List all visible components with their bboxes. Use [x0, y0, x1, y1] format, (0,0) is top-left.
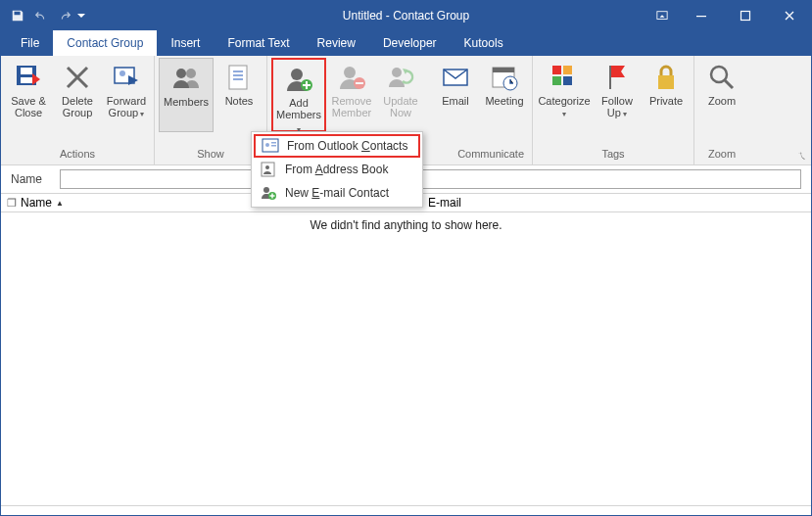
svg-rect-1 [696, 16, 706, 17]
label: ForwardGroup ▾ [107, 95, 146, 120]
label: Categorize▾ [538, 95, 590, 120]
forward-group-button[interactable]: ForwardGroup ▾ [103, 58, 150, 132]
maximize-button[interactable] [723, 1, 767, 30]
address-book-icon [260, 161, 277, 178]
svg-rect-18 [356, 82, 363, 84]
tab-insert[interactable]: Insert [157, 30, 214, 56]
redo-icon[interactable] [54, 5, 75, 26]
sort-ascending-icon: ▲ [56, 199, 64, 208]
label: Private [649, 95, 683, 107]
label: DeleteGroup [62, 95, 93, 118]
meeting-button[interactable]: Meeting [481, 58, 528, 132]
label: Zoom [708, 95, 736, 107]
window-buttons [645, 1, 811, 30]
column-email[interactable]: E-mail [399, 196, 811, 210]
tab-format-text[interactable]: Format Text [214, 30, 303, 56]
name-label: Name [11, 172, 54, 186]
svg-point-37 [265, 165, 269, 169]
group-label: Show [159, 147, 263, 164]
notes-icon [223, 62, 255, 93]
label: Meeting [485, 95, 523, 107]
label: From Address Book [285, 163, 388, 176]
minimize-button[interactable] [679, 1, 723, 30]
svg-rect-35 [271, 145, 276, 147]
svg-rect-4 [21, 68, 32, 74]
ribbon-tabs: File Contact Group Insert Format Text Re… [1, 30, 811, 56]
tab-file[interactable]: File [7, 30, 53, 56]
categorize-icon [549, 62, 580, 93]
svg-rect-5 [21, 77, 32, 83]
delete-group-button[interactable]: DeleteGroup [54, 58, 101, 132]
svg-rect-10 [229, 66, 247, 89]
empty-message: We didn't find anything to show here. [1, 212, 811, 232]
save-and-close-button[interactable]: Save &Close [5, 58, 52, 132]
close-button[interactable] [767, 1, 811, 30]
title-bar: Untitled - Contact Group [1, 1, 811, 30]
update-now-button: UpdateNow [377, 58, 424, 132]
group-label: Tags [537, 147, 690, 164]
follow-up-button[interactable]: FollowUp ▾ [594, 58, 641, 132]
zoom-button[interactable]: Zoom [698, 58, 745, 132]
svg-rect-28 [609, 66, 611, 89]
group-label: Actions [5, 147, 150, 164]
from-outlook-contacts-item[interactable]: From Outlook Contacts [254, 134, 420, 158]
group-tags: Categorize▾ FollowUp ▾ Private Tags [533, 56, 694, 164]
private-button[interactable]: Private [643, 58, 690, 132]
remove-member-icon [336, 62, 367, 93]
svg-rect-26 [552, 76, 561, 85]
svg-rect-2 [740, 12, 749, 21]
svg-point-7 [119, 70, 125, 76]
label: From Outlook Contacts [287, 139, 407, 153]
svg-rect-22 [493, 68, 514, 72]
meeting-icon [489, 62, 520, 93]
zoom-icon [706, 62, 738, 93]
svg-point-30 [711, 67, 727, 82]
qat-dropdown[interactable] [77, 5, 85, 26]
add-members-button[interactable]: AddMembers ▾ [271, 58, 326, 132]
attachment-icon: ❐ [7, 197, 17, 210]
svg-point-9 [186, 69, 196, 78]
label: FollowUp ▾ [601, 95, 633, 120]
lock-icon [650, 62, 682, 93]
label: Members [164, 96, 209, 108]
new-email-contact-item[interactable]: New E-mail Contact [254, 181, 420, 205]
from-address-book-item[interactable]: From Address Book [254, 158, 420, 181]
member-list[interactable]: We didn't find anything to show here. [1, 212, 811, 506]
tab-developer[interactable]: Developer [369, 30, 451, 56]
tab-contact-group[interactable]: Contact Group [53, 30, 157, 56]
svg-line-31 [725, 80, 733, 88]
svg-point-14 [291, 69, 303, 80]
add-members-icon [283, 64, 314, 95]
label: RemoveMember [332, 95, 372, 118]
save-close-icon [13, 62, 44, 93]
group-communicate: Email Meeting Communicate [428, 56, 533, 164]
remove-member-button: RemoveMember [328, 58, 375, 132]
contacts-icon [262, 137, 279, 155]
collapse-ribbon-icon[interactable]: ㄟ [797, 149, 807, 163]
tab-review[interactable]: Review [304, 30, 369, 56]
update-now-icon [385, 62, 416, 93]
label: Email [442, 95, 469, 107]
group-actions: Save &Close DeleteGroup ForwardGroup ▾ A… [1, 56, 155, 164]
email-button[interactable]: Email [432, 58, 479, 132]
name-input[interactable] [60, 169, 801, 189]
email-icon [440, 62, 471, 93]
new-contact-icon [260, 184, 277, 202]
svg-rect-24 [552, 66, 561, 74]
label: UpdateNow [383, 95, 417, 118]
svg-rect-27 [563, 76, 572, 85]
undo-icon[interactable] [30, 5, 52, 26]
add-members-dropdown: From Outlook Contacts From Address Book … [251, 131, 423, 208]
tab-kutools[interactable]: Kutools [451, 30, 517, 56]
members-button[interactable]: Members [159, 58, 214, 132]
svg-rect-25 [563, 66, 572, 74]
categorize-button[interactable]: Categorize▾ [537, 58, 592, 132]
svg-point-19 [392, 68, 402, 77]
ribbon-display-options-icon[interactable] [645, 1, 679, 30]
group-label: Communicate [432, 147, 528, 164]
delete-icon [62, 62, 93, 93]
save-icon[interactable] [7, 5, 28, 26]
svg-rect-34 [271, 142, 276, 144]
notes-button[interactable]: Notes [215, 58, 263, 132]
svg-point-38 [263, 187, 269, 193]
